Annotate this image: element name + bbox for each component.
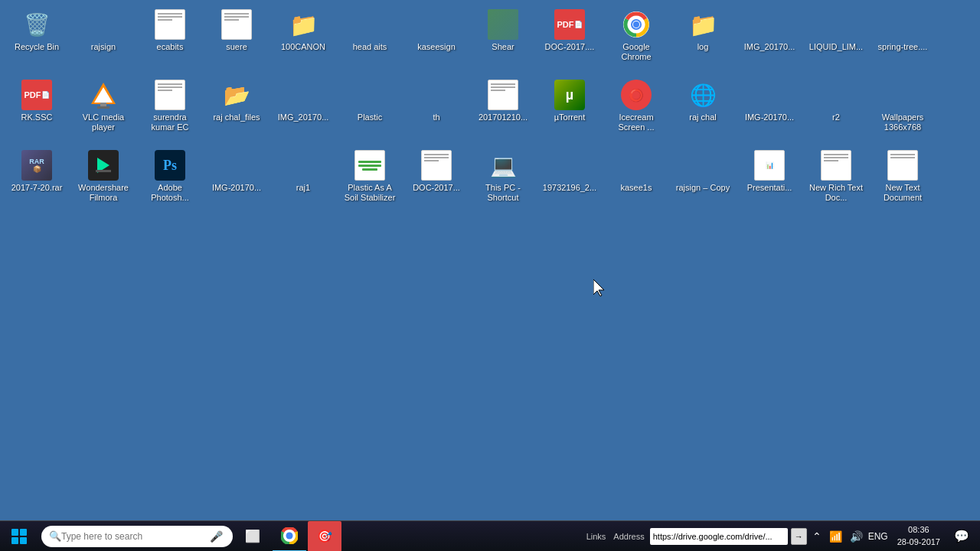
- this-pc-label: This PC - Shortcut: [475, 183, 531, 203]
- new-text-doc-icon: [887, 150, 918, 181]
- doc-20170210-icon: [488, 80, 518, 110]
- desktop-icon-log[interactable]: 📁 log: [672, 6, 733, 72]
- desktop-icon-r2[interactable]: r2: [805, 77, 867, 142]
- volume-icon[interactable]: 🔊: [848, 530, 865, 543]
- doc-2017b-label: DOC-2017...: [413, 183, 460, 193]
- notification-button[interactable]: 💬: [949, 521, 974, 552]
- rk-ssc-label: RK.SSC: [21, 112, 53, 122]
- desktop-icon-doc-2017[interactable]: PDF📄 DOC-2017....: [539, 6, 600, 72]
- network-icon[interactable]: 📶: [827, 530, 844, 543]
- desktop-icon-19732196[interactable]: 19732196_2...: [539, 147, 600, 213]
- spring-tree-label: spring-tree....: [878, 42, 928, 52]
- taskbar: 🔍 🎤 ⬜ 🎯 Links Address → ⌃ 📶: [0, 520, 980, 551]
- desktop-icon-presentation[interactable]: 📊 Presentati...: [739, 147, 800, 213]
- address-go-button[interactable]: →: [791, 528, 807, 545]
- desktop-icon-liquid-lim[interactable]: LIQUID_LIM...: [805, 6, 867, 72]
- desktop-icon-surendra[interactable]: surendra kumar EC: [139, 77, 201, 142]
- kasee1s-label: kasee1s: [621, 183, 652, 193]
- system-tray: Links Address → ⌃ 📶 🔊 ENG 08:36 28-09-20…: [578, 521, 980, 552]
- desktop-icon-head-aits[interactable]: head aits: [339, 6, 400, 72]
- r2-icon: [821, 80, 851, 110]
- desktop: 🗑️ Recycle Bin rajsign ecabits suere 📁 1…: [0, 0, 980, 520]
- desktop-icon-raj-chal-files[interactable]: 📂 raj chal_files: [206, 77, 267, 142]
- desktop-icon-filmora[interactable]: Wondershare Filmora: [73, 147, 134, 213]
- raj-chal-files-icon: 📂: [221, 80, 252, 110]
- desktop-icon-utorrent[interactable]: µ µTorrent: [539, 77, 600, 142]
- chevron-up-icon[interactable]: ⌃: [810, 530, 824, 543]
- 19732196-icon: [554, 150, 585, 181]
- address-label: Address: [613, 532, 644, 541]
- desktop-icon-rar-2017[interactable]: RAR📦 2017-7-20.rar: [6, 147, 67, 213]
- plastic-label: Plastic: [358, 112, 382, 122]
- surendra-icon: [155, 80, 185, 110]
- img-201702-icon: [288, 80, 318, 110]
- microphone-icon: 🎤: [210, 530, 223, 543]
- desktop-icon-rajsign[interactable]: rajsign: [73, 6, 134, 72]
- desktop-icon-new-text-doc[interactable]: New Text Document: [872, 147, 933, 213]
- taskbar-orange-app[interactable]: 🎯: [308, 521, 341, 552]
- taskbar-chrome[interactable]: [273, 521, 306, 552]
- utorrent-icon: µ: [554, 80, 585, 110]
- desktop-icon-raj1[interactable]: raj1: [273, 147, 334, 213]
- new-rich-text-label: New Rich Text Doc...: [808, 183, 864, 203]
- address-bar-input[interactable]: [650, 528, 788, 545]
- desktop-icon-vlc[interactable]: VLC media player: [73, 77, 134, 142]
- desktop-icon-google-chrome[interactable]: Google Chrome: [606, 6, 667, 72]
- desktop-icon-kaseesign[interactable]: kaseesign: [406, 6, 467, 72]
- new-rich-text-icon: [821, 150, 851, 181]
- language-indicator[interactable]: ENG: [868, 531, 888, 542]
- this-pc-icon: 💻: [488, 150, 518, 181]
- filmora-label: Wondershare Filmora: [76, 183, 131, 203]
- desktop-icon-rk-ssc[interactable]: PDF📄 RK.SSC: [6, 77, 67, 142]
- head-aits-icon: [354, 9, 385, 40]
- spring-tree-icon: [887, 9, 918, 40]
- desktop-icon-ecabits[interactable]: ecabits: [139, 6, 201, 72]
- search-input[interactable]: [61, 531, 207, 542]
- th-icon: [421, 80, 452, 110]
- desktop-icon-new-rich-text[interactable]: New Rich Text Doc...: [805, 147, 867, 213]
- adobe-ps-label: Adobe Photosh...: [142, 183, 198, 203]
- desktop-icon-plastic-soil[interactable]: Plastic As A Soil Stabilizer: [339, 147, 400, 213]
- rajsign-icon: [88, 9, 119, 40]
- desktop-icon-raj-chal[interactable]: 🌐 raj chal: [672, 77, 733, 142]
- vlc-icon: [88, 80, 119, 110]
- desktop-icon-recycle-bin[interactable]: 🗑️ Recycle Bin: [6, 6, 67, 72]
- desktop-icon-spring-tree[interactable]: spring-tree....: [872, 6, 933, 72]
- desktop-icon-rajsign-copy[interactable]: rajsign – Copy: [672, 147, 733, 213]
- start-button[interactable]: [0, 521, 38, 552]
- desktop-icon-this-pc[interactable]: 💻 This PC - Shortcut: [472, 147, 534, 213]
- svg-rect-6: [100, 103, 106, 106]
- task-view-button[interactable]: ⬜: [236, 521, 270, 552]
- rajsign-copy-label: rajsign – Copy: [676, 183, 730, 193]
- desktop-icon-doc-20170210[interactable]: 201701210...: [472, 77, 534, 142]
- desktop-icon-shear[interactable]: Shear: [472, 6, 534, 72]
- clock-date: 28-09-2017: [897, 536, 940, 548]
- kasee1s-icon: [621, 150, 652, 181]
- wallpapers-label: Wallpapers 1366x768: [875, 112, 930, 132]
- new-text-doc-label: New Text Document: [875, 183, 930, 203]
- desktop-icon-th[interactable]: th: [406, 77, 467, 142]
- img-201704-label: IMG-20170...: [212, 183, 261, 193]
- desktop-icon-img-201704[interactable]: IMG-20170...: [206, 147, 267, 213]
- google-chrome-label: Google Chrome: [609, 42, 664, 62]
- desktop-icon-adobe-ps[interactable]: Ps Adobe Photosh...: [139, 147, 201, 213]
- desktop-icon-wallpapers[interactable]: Wallpapers 1366x768: [872, 77, 933, 142]
- desktop-icon-plastic[interactable]: Plastic: [339, 77, 400, 142]
- desktop-icon-doc-2017b[interactable]: DOC-2017...: [406, 147, 467, 213]
- desktop-icon-kasee1s[interactable]: kasee1s: [606, 147, 667, 213]
- search-box: 🔍 🎤: [41, 526, 233, 547]
- desktop-icon-suere[interactable]: suere: [206, 6, 267, 72]
- desktop-icon-img-20170[interactable]: IMG_20170...: [739, 6, 800, 72]
- plastic-soil-icon: [354, 150, 385, 181]
- desktop-icon-100canon[interactable]: 📁 100CANON: [273, 6, 334, 72]
- raj-chal-icon: 🌐: [688, 80, 718, 110]
- kaseesign-icon: [421, 9, 452, 40]
- filmora-icon: [88, 150, 119, 181]
- recycle-bin-icon: 🗑️: [21, 9, 52, 40]
- rar-2017-label: 2017-7-20.rar: [11, 183, 63, 193]
- r2-label: r2: [832, 112, 840, 122]
- desktop-icon-img-201703[interactable]: IMG-20170...: [739, 77, 800, 142]
- desktop-icon-img-201702[interactable]: IMG_20170...: [273, 77, 334, 142]
- clock-area[interactable]: 08:36 28-09-2017: [891, 524, 946, 548]
- desktop-icon-icecream[interactable]: ⭕ Icecream Screen ...: [606, 77, 667, 142]
